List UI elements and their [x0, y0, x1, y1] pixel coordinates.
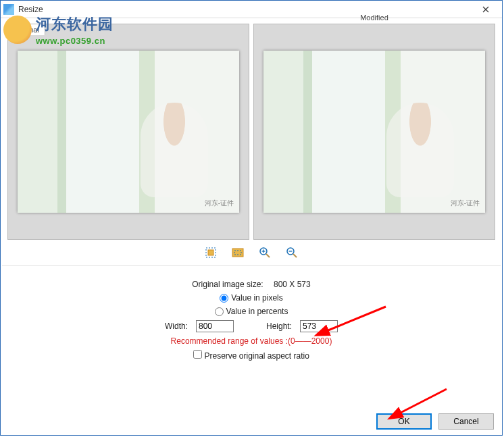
- svg-rect-2: [232, 249, 243, 257]
- zoom-in-icon[interactable]: [259, 247, 271, 259]
- watermark-logo: [3, 16, 32, 44]
- original-size-value: 800 X 573: [274, 280, 311, 289]
- radio-percents[interactable]: Value in percents: [215, 307, 288, 316]
- resize-form: Original image size: 800 X 573 Value in …: [1, 266, 502, 361]
- original-size-label: Original image size:: [192, 280, 263, 289]
- height-input[interactable]: [300, 320, 338, 332]
- watermark-text-url: www.pc0359.cn: [36, 36, 114, 46]
- zoom-toolbar: [1, 244, 502, 265]
- app-icon: [3, 4, 14, 15]
- radio-pixels[interactable]: Value in pixels: [220, 293, 283, 303]
- radio-pixels-label: Value in pixels: [231, 293, 283, 303]
- close-button[interactable]: [472, 2, 499, 17]
- preview-original: Original 河东-证件: [7, 24, 249, 240]
- preview-modified-tab: Modified: [355, 12, 394, 23]
- zoom-out-icon[interactable]: [286, 247, 298, 259]
- height-label: Height:: [266, 322, 292, 331]
- preserve-aspect[interactable]: Preserve original aspect ratio: [193, 350, 309, 361]
- image-caption-right: 河东-证件: [451, 199, 480, 208]
- radio-percents-label: Value in percents: [226, 307, 288, 316]
- radio-pixels-input[interactable]: [220, 294, 228, 303]
- ok-button[interactable]: OK: [376, 413, 432, 430]
- recommended-range: Recommended range of values :(0——2000): [171, 336, 332, 346]
- resize-dialog: Resize 河东软件园 www.pc0359.cn Original 河东-证…: [0, 0, 503, 436]
- watermark-text-cn: 河东软件园: [36, 14, 114, 34]
- preserve-aspect-label: Preserve original aspect ratio: [204, 351, 309, 361]
- image-caption-left: 河东-证件: [205, 199, 234, 208]
- width-label: Width:: [165, 322, 188, 331]
- preview-modified-image: [263, 51, 485, 213]
- svg-line-9: [293, 254, 297, 257]
- dialog-buttons: OK Cancel: [376, 413, 494, 430]
- watermark: 河东软件园 www.pc0359.cn: [5, 14, 114, 46]
- preview-original-image: [18, 51, 239, 213]
- width-input[interactable]: [196, 320, 234, 332]
- actual-size-icon[interactable]: [232, 247, 244, 259]
- fit-window-icon[interactable]: [205, 247, 217, 259]
- preserve-aspect-checkbox[interactable]: [193, 350, 202, 359]
- radio-percents-input[interactable]: [215, 307, 224, 316]
- cancel-button[interactable]: Cancel: [438, 413, 494, 430]
- svg-line-5: [266, 254, 270, 257]
- svg-line-12: [398, 389, 447, 414]
- preview-area: Original 河东-证件 Modified 河东-证件: [1, 18, 502, 244]
- svg-rect-1: [208, 250, 213, 255]
- preview-modified: Modified 河东-证件: [253, 24, 495, 240]
- window-title: Resize: [18, 5, 472, 14]
